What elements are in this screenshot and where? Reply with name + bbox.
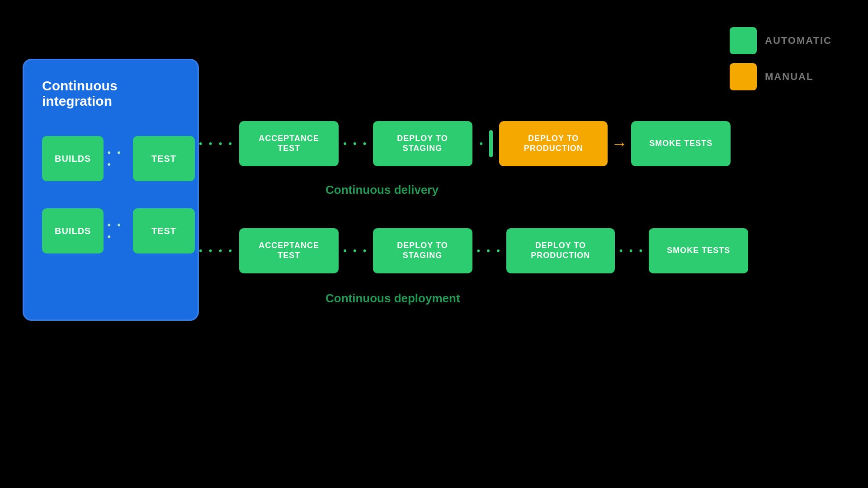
- legend: AUTOMATIC MANUAL: [730, 27, 832, 90]
- dots-dep3: • • •: [619, 245, 644, 257]
- manual-arrow: →: [611, 134, 627, 153]
- deploy-production-deployment: DEPLOY TOPRODUCTION: [506, 228, 615, 273]
- stage-builds-2: BUILDS: [42, 208, 104, 253]
- smoke-tests-delivery: SMOKE TESTS: [631, 121, 731, 166]
- automatic-label: AUTOMATIC: [765, 35, 832, 47]
- dots-1: • • •: [107, 147, 129, 170]
- acceptance-test-deployment: ACCEPTANCETEST: [239, 228, 339, 273]
- stage-test-2: TEST: [133, 208, 194, 253]
- dots-dep2: • • •: [477, 245, 502, 257]
- deploy-staging-delivery: DEPLOY TOSTAGING: [373, 121, 472, 166]
- dots-2: • • •: [107, 219, 129, 243]
- deploy-production-delivery: DEPLOY TOPRODUCTION: [499, 121, 608, 166]
- manual-label: MANUAL: [765, 71, 813, 83]
- dots-ci-delivery: • • • •: [199, 138, 234, 150]
- acceptance-test-delivery: ACCEPTANCETEST: [239, 121, 339, 166]
- smoke-tests-deployment: SMOKE TESTS: [649, 228, 748, 273]
- delivery-label: Continuous delivery: [326, 183, 439, 197]
- stage-test-1: TEST: [133, 136, 194, 181]
- manual-gate: [489, 130, 493, 157]
- automatic-color-box: [730, 27, 757, 54]
- ci-title: Continuous integration: [42, 78, 184, 109]
- legend-automatic: AUTOMATIC: [730, 27, 832, 54]
- manual-color-box: [730, 63, 757, 90]
- deployment-label: Continuous deployment: [326, 291, 460, 305]
- dots-d1: • • •: [343, 138, 368, 150]
- stage-builds-1: BUILDS: [42, 136, 104, 181]
- ci-box: Continuous integration BUILDS • • • TEST…: [23, 59, 199, 321]
- dots-d2: •: [480, 138, 485, 150]
- dots-dep1: • • •: [343, 245, 368, 257]
- pipeline-deployment: • • • • ACCEPTANCETEST • • • DEPLOY TOST…: [199, 228, 748, 273]
- ci-row-1: BUILDS • • • TEST: [42, 136, 195, 181]
- dots-ci-deployment: • • • •: [199, 245, 234, 257]
- pipeline-delivery: • • • • ACCEPTANCETEST • • • DEPLOY TOST…: [199, 121, 731, 166]
- legend-manual: MANUAL: [730, 63, 832, 90]
- ci-row-2: BUILDS • • • TEST: [42, 208, 195, 253]
- deploy-staging-deployment: DEPLOY TOSTAGING: [373, 228, 472, 273]
